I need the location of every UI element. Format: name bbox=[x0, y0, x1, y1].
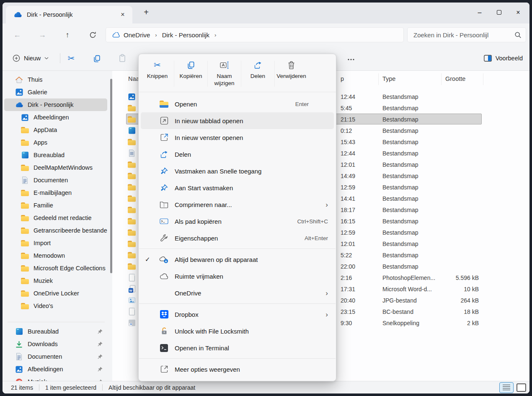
sidebar-pinned-downloads[interactable]: Downloads bbox=[4, 338, 107, 350]
up-button[interactable]: ↑ bbox=[61, 28, 74, 41]
folder-icon bbox=[21, 127, 29, 133]
sidebar-item-thuis[interactable]: Thuis bbox=[4, 73, 107, 86]
new-button[interactable]: Nieuw bbox=[8, 52, 53, 65]
menu-item-openen[interactable]: OpenenEnter bbox=[141, 96, 334, 112]
sidebar-item-muziek[interactable]: Muziek bbox=[4, 274, 107, 287]
sidebar-item-documenten[interactable]: Documenten bbox=[4, 174, 107, 186]
sidebar-item-appdata[interactable]: AppData bbox=[4, 124, 107, 136]
delete-button[interactable]: Verwijderen bbox=[276, 57, 307, 90]
breadcrumb-item-onedrive[interactable]: OneDrive bbox=[124, 31, 150, 39]
minimize-button[interactable]: – bbox=[470, 3, 489, 22]
sidebar-scrollbar[interactable] bbox=[110, 79, 112, 273]
sidebar-item-getranscribeerde-bestanden[interactable]: Getranscribeerde bestanden bbox=[4, 224, 107, 237]
preview-button[interactable]: Voorbeeld bbox=[484, 52, 523, 65]
cut-button[interactable]: ✂Knippen bbox=[142, 57, 173, 90]
sidebar-pinned-documenten[interactable]: Documenten bbox=[4, 350, 107, 363]
menu-item-aan-start-vastmaken[interactable]: Aan Start vastmaken bbox=[141, 179, 334, 196]
new-tab-button[interactable]: + bbox=[141, 8, 152, 17]
breadcrumb-item-dirk[interactable]: Dirk - Persoonlijk bbox=[162, 31, 209, 39]
command-divider bbox=[207, 61, 208, 87]
status-divider bbox=[39, 384, 39, 391]
folder-icon bbox=[21, 215, 29, 221]
paste-icon[interactable] bbox=[116, 52, 128, 64]
share-button[interactable]: Delen bbox=[243, 57, 273, 90]
search-input[interactable]: Zoeken in Dirk - Persoonlijl bbox=[407, 27, 526, 42]
open-new-window-icon bbox=[159, 133, 169, 142]
search-icon[interactable] bbox=[514, 31, 522, 39]
trash-icon bbox=[288, 60, 295, 70]
sidebar-item-dirk-persoonlijk[interactable]: Dirk - Persoonlijk bbox=[4, 98, 107, 111]
folder-icon bbox=[127, 206, 136, 214]
column-divider[interactable] bbox=[483, 73, 483, 85]
cut-icon[interactable]: ✂ bbox=[65, 52, 77, 64]
maximize-button[interactable] bbox=[489, 3, 509, 22]
column-header-type[interactable]: Type bbox=[382, 75, 395, 82]
status-bar: 21 items 1 item geselecteerd Altijd besc… bbox=[3, 381, 529, 393]
sidebar-item-bureaublad[interactable]: Bureaublad bbox=[4, 149, 107, 161]
menu-item-in-nieuw-venster-openen[interactable]: In nieuw venster openen bbox=[141, 129, 334, 146]
dropbox-icon bbox=[159, 310, 169, 319]
sidebar-pinned-muziek[interactable]: Muziek bbox=[4, 375, 107, 381]
folder-icon bbox=[127, 262, 136, 270]
menu-item-comprimeren-naar[interactable]: Comprimeren naar...› bbox=[141, 196, 334, 213]
folder-icon bbox=[21, 190, 29, 196]
open-folder-icon bbox=[159, 99, 169, 109]
menu-item-delen[interactable]: Delen bbox=[141, 146, 334, 163]
more-options-icon bbox=[159, 365, 169, 374]
sidebar-item-import[interactable]: Import bbox=[4, 237, 107, 249]
documents-icon bbox=[15, 353, 23, 360]
sidebar-item-emailbijlagen[interactable]: E-mailbijlagen bbox=[4, 186, 107, 199]
sidebar-item-gedeeld-met-redactie[interactable]: Gedeeld met redactie bbox=[4, 212, 107, 224]
sidebar-item-galerie[interactable]: Galerie bbox=[4, 86, 107, 98]
menu-item-in-nieuw-tabblad-openen[interactable]: In nieuw tabblad openen bbox=[141, 112, 334, 129]
rename-button[interactable]: Naam wijzigen bbox=[209, 57, 240, 90]
back-button[interactable]: ← bbox=[11, 28, 23, 41]
sidebar-item-apps[interactable]: Apps bbox=[4, 136, 107, 149]
folder-icon bbox=[127, 194, 136, 202]
sidebar-item-videos[interactable]: Video's bbox=[4, 300, 107, 312]
sidebar-item-familie[interactable]: Familie bbox=[4, 199, 107, 212]
copy-button[interactable]: Kopiëren bbox=[176, 57, 206, 90]
sidebar-item-onedrive-locker[interactable]: OneDrive Locker bbox=[4, 287, 107, 300]
navigation-sidebar: Thuis Galerie Dirk - Persoonlijk Afbeeld… bbox=[3, 71, 110, 381]
menu-item-altijd-bewaren[interactable]: ✓Altijd bewaren op dit apparaat bbox=[141, 251, 334, 268]
close-button[interactable]: × bbox=[509, 3, 528, 22]
menu-item-onedrive-submenu[interactable]: OneDrive› bbox=[141, 285, 334, 301]
menu-item-openen-in-terminal[interactable]: Openen in Terminal bbox=[141, 339, 334, 356]
menu-item-ruimte-vrijmaken[interactable]: Ruimte vrijmaken bbox=[141, 268, 334, 285]
folder-icon bbox=[127, 183, 136, 191]
column-divider[interactable] bbox=[441, 73, 442, 85]
tab-close-icon[interactable]: × bbox=[117, 9, 128, 20]
menu-item-eigenschappen[interactable]: EigenschappenAlt+Enter bbox=[141, 230, 334, 246]
column-divider[interactable] bbox=[378, 73, 379, 85]
sidebar-item-memodown[interactable]: Memodown bbox=[4, 249, 107, 262]
toolbar-divider bbox=[60, 53, 60, 63]
menu-item-meer-opties-weergeven[interactable]: Meer opties weergeven bbox=[141, 361, 334, 378]
copy-icon[interactable] bbox=[91, 52, 103, 64]
pictures-icon bbox=[21, 114, 29, 121]
zip-folder-icon bbox=[159, 200, 169, 210]
view-toggles bbox=[499, 382, 526, 393]
see-more-icon[interactable] bbox=[345, 54, 357, 65]
folder-icon bbox=[21, 140, 29, 146]
share-icon bbox=[159, 150, 169, 159]
details-view-button[interactable] bbox=[499, 382, 514, 393]
pin-icon bbox=[97, 354, 107, 360]
refresh-button[interactable] bbox=[86, 28, 99, 41]
sidebar-item-microsoft-edge-collections[interactable]: Microsoft Edge Collections bbox=[4, 262, 107, 274]
sidebar-item-deelmapmetwindows[interactable]: DeelMapMetWindows bbox=[4, 161, 107, 174]
menu-item-vastmaken-snelle-toegang[interactable]: Vastmaken aan Snelle toegang bbox=[141, 163, 334, 179]
column-header-grootte[interactable]: Grootte bbox=[445, 75, 465, 82]
thumbnails-view-button[interactable] bbox=[517, 383, 526, 392]
column-header-naam[interactable]: Naa bbox=[128, 75, 139, 82]
column-header-gewijzigd-op[interactable]: p bbox=[341, 75, 344, 82]
menu-item-unlock-file-locksmith[interactable]: Unlock with File Locksmith bbox=[141, 323, 334, 339]
menu-item-dropbox[interactable]: Dropbox› bbox=[141, 306, 334, 323]
sidebar-pinned-afbeeldingen[interactable]: Afbeeldingen bbox=[4, 363, 107, 375]
sidebar-item-afbeeldingen[interactable]: Afbeeldingen bbox=[4, 111, 107, 124]
menu-item-als-pad-kopieren[interactable]: Als pad kopiërenCtrl+Shift+C bbox=[141, 213, 334, 230]
breadcrumb[interactable]: OneDrive › Dirk - Persoonlijk › bbox=[106, 27, 404, 42]
sidebar-pinned-bureaublad[interactable]: Bureaublad bbox=[4, 325, 107, 338]
tab-dirk-persoonlijk[interactable]: Dirk - Persoonlijk × bbox=[6, 6, 132, 23]
forward-button[interactable]: → bbox=[36, 28, 49, 41]
